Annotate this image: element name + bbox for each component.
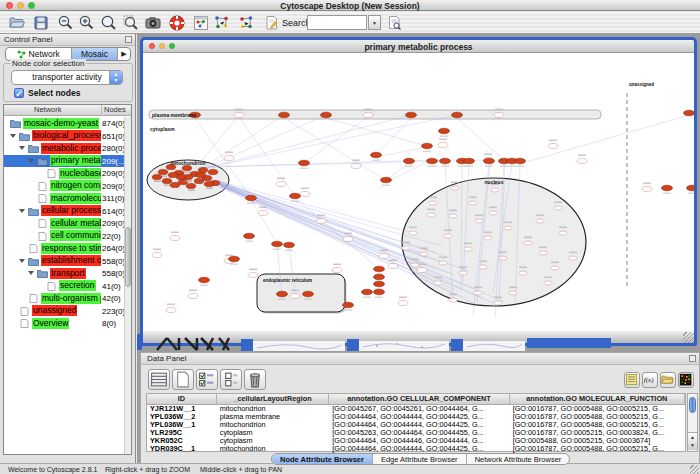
graph-node[interactable]	[290, 193, 301, 199]
graph-node[interactable]	[162, 178, 172, 183]
matrix-icon[interactable]	[678, 372, 694, 388]
column-header[interactable]: _cellularLayoutRegion	[217, 394, 330, 404]
function-builder-icon[interactable]: f(x)	[642, 372, 658, 388]
open-file-icon[interactable]	[8, 14, 26, 32]
tree-row[interactable]: nucleobase-co209(0)	[4, 167, 126, 180]
network-window-titlebar[interactable]: primary metabolic process	[143, 40, 694, 53]
expand-arrow-icon[interactable]	[19, 146, 25, 150]
label-icon[interactable]	[624, 372, 640, 388]
table-scrollbar[interactable]: ▲▼	[687, 393, 698, 452]
control-panel-detach-icon[interactable]	[125, 36, 132, 43]
expand-arrow-icon[interactable]	[19, 209, 25, 213]
data-panel-detach-icon[interactable]	[689, 355, 696, 362]
tree-row[interactable]: multi-organism pro42(0)	[4, 292, 126, 305]
zoom-out-icon[interactable]	[57, 14, 75, 32]
graph-node[interactable]	[381, 177, 392, 183]
tree-scrollbar[interactable]	[124, 117, 131, 455]
table-row[interactable]: YLR295Ccytoplasm[GO:0045263, GO:0044464,…	[147, 429, 685, 437]
tab-overflow-button[interactable]: ▶	[118, 48, 130, 60]
tree-row[interactable]: transport558(0)	[4, 267, 126, 280]
column-header[interactable]: annotation.GO MOLECULAR_FUNCTION	[510, 394, 685, 404]
graph-node[interactable]	[548, 140, 558, 149]
graph-node[interactable]	[248, 269, 258, 278]
graph-node[interactable]	[362, 289, 373, 295]
tree-row[interactable]: response to stimulu264(0)	[4, 242, 126, 255]
compartment-plasma-membrane[interactable]	[149, 110, 601, 119]
tree-row[interactable]: biological_process651(0)	[4, 130, 126, 143]
graph-node[interactable]	[440, 158, 451, 164]
graph-node[interactable]	[316, 215, 326, 224]
graph-node[interactable]	[343, 302, 354, 308]
browser-tab[interactable]: Node Attribute Browser	[272, 454, 373, 464]
graph-node[interactable]	[398, 297, 408, 306]
graph-node[interactable]	[406, 112, 417, 118]
network-view-window[interactable]: primary metabolic process plasma membran…	[140, 37, 697, 346]
table-row[interactable]: YDR039C__1mitochondrion[GO:0044464, GO:0…	[147, 445, 685, 453]
graph-node[interactable]	[374, 289, 385, 295]
graph-node[interactable]	[284, 242, 295, 248]
graph-node[interactable]	[332, 264, 342, 273]
tree-row[interactable]: metabolic process280(0)	[4, 142, 126, 155]
save-icon[interactable]	[32, 14, 50, 32]
window-resize-grip[interactable]	[690, 465, 699, 474]
color-attribute-dropdown[interactable]: transporter activity▲▼	[11, 70, 123, 85]
graph-node[interactable]	[224, 152, 234, 161]
graph-node[interactable]	[186, 183, 196, 188]
tree-row[interactable]: unassigned223(0)	[4, 305, 126, 318]
graph-node[interactable]	[439, 128, 450, 134]
graph-node[interactable]	[374, 274, 385, 280]
graph-node[interactable]	[168, 172, 178, 177]
expand-arrow-icon[interactable]	[10, 134, 16, 138]
graph-node[interactable]	[166, 304, 176, 313]
graph-node[interactable]	[577, 155, 587, 164]
tree-row[interactable]: secretion41(0)	[4, 280, 126, 293]
tree-row[interactable]: cell communicat22(0)	[4, 230, 126, 243]
graph-node[interactable]	[246, 195, 257, 201]
expand-arrow-icon[interactable]	[28, 159, 34, 163]
search-dropdown-button[interactable]: ▼	[368, 15, 381, 30]
graph-node[interactable]	[276, 178, 286, 187]
browser-tab[interactable]: Edge Attribute Browser	[373, 454, 467, 464]
graph-node[interactable]	[687, 185, 695, 191]
select-attributes-icon[interactable]	[196, 369, 218, 390]
help-icon[interactable]	[168, 14, 186, 32]
graph-node[interactable]	[158, 169, 168, 174]
zoom-in-icon[interactable]	[78, 14, 96, 32]
graph-node[interactable]	[170, 232, 180, 241]
import-attributes-icon[interactable]	[660, 372, 676, 388]
graph-node[interactable]	[642, 183, 652, 192]
graph-node[interactable]	[188, 290, 198, 299]
zoom-fit-icon[interactable]	[100, 14, 118, 32]
graph-node[interactable]	[279, 112, 290, 118]
select-nodes-checkbox[interactable]: ✓	[14, 88, 24, 98]
graph-node[interactable]	[277, 291, 288, 297]
expand-arrow-icon[interactable]	[19, 259, 25, 263]
unselect-attributes-icon[interactable]	[220, 369, 242, 390]
graph-node[interactable]	[178, 179, 188, 184]
graph-node[interactable]	[422, 143, 433, 149]
tree-row[interactable]: primary metabolic209(...	[4, 155, 126, 168]
tree-row[interactable]: macromolecule311(0)	[4, 192, 126, 205]
layout-icon-1[interactable]	[213, 14, 231, 32]
graph-node[interactable]	[438, 139, 448, 148]
delete-attribute-icon[interactable]	[244, 369, 266, 390]
graph-node[interactable]	[204, 181, 214, 186]
graph-node[interactable]	[363, 109, 373, 118]
network-canvas[interactable]: plasma membranecytoplasmmitochondrionnuc…	[143, 53, 694, 331]
graph-node[interactable]	[452, 112, 463, 118]
graph-node[interactable]	[196, 172, 206, 177]
graph-node[interactable]	[244, 233, 255, 239]
graph-node[interactable]	[427, 158, 438, 164]
table-row[interactable]: YPL036W__1mitochondrion[GO:0044464, GO:0…	[147, 421, 685, 429]
graph-node[interactable]	[662, 185, 673, 191]
tree-row[interactable]: cellular metabo209(0)	[4, 217, 126, 230]
graph-node[interactable]	[303, 291, 314, 297]
scrollbar-arrows[interactable]: ▲▼	[688, 432, 697, 450]
graph-node[interactable]	[299, 160, 310, 166]
graph-node[interactable]	[351, 160, 361, 169]
graph-node[interactable]	[343, 233, 353, 242]
graph-node[interactable]	[484, 158, 495, 164]
zoom-selected-icon[interactable]	[122, 14, 140, 32]
graph-node[interactable]	[404, 158, 415, 164]
graph-node[interactable]	[152, 174, 162, 179]
